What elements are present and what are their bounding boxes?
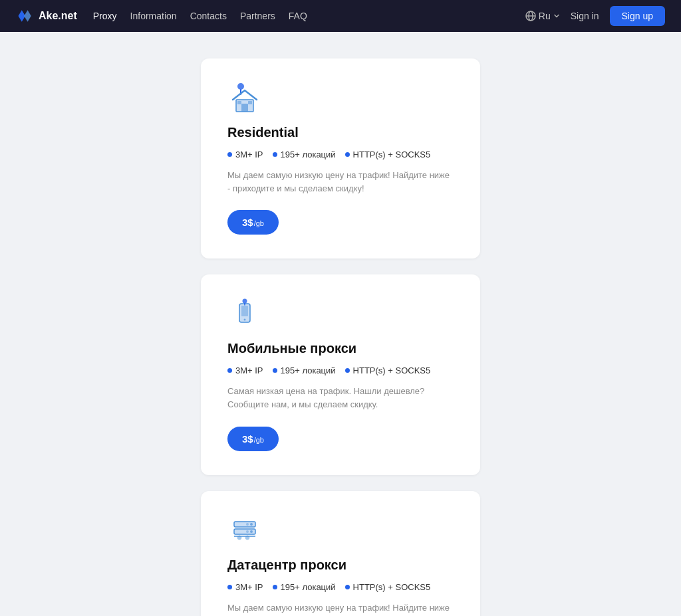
svg-rect-6: [237, 101, 241, 104]
brand-logo[interactable]: Ake.net: [16, 7, 77, 25]
tag-dot: [227, 368, 232, 373]
nav-proxy[interactable]: Proxy: [93, 11, 117, 21]
tag-dot: [345, 585, 350, 589]
svg-point-10: [244, 319, 246, 321]
main-content: Residential 3М+ IP 195+ локаций HTTP(s) …: [0, 32, 681, 616]
mobile-tag-0: 3М+ IP: [227, 365, 263, 375]
mobile-card: Мобильные прокси 3М+ IP 195+ локаций HTT…: [201, 274, 480, 474]
tag-dot: [227, 152, 232, 157]
residential-icon: [227, 80, 262, 114]
residential-desc: Мы даем самую низкую цену на трафик! Най…: [227, 169, 454, 195]
globe-icon: [525, 11, 536, 21]
lang-label: Ru: [539, 11, 551, 21]
svg-point-11: [243, 299, 247, 304]
nav-information[interactable]: Information: [130, 11, 177, 21]
tag-dot: [345, 368, 350, 373]
svg-rect-5: [241, 104, 248, 112]
datacenter-tags: 3М+ IP 195+ локаций HTTP(s) + SOCKS5: [227, 582, 454, 592]
mobile-desc: Самая низкая цена на трафик. Нашли дешев…: [227, 385, 454, 411]
datacenter-desc: Мы даем самую низкую цену на трафик! Най…: [227, 601, 454, 616]
navbar: Ake.net Proxy Information Contacts Partn…: [0, 0, 681, 32]
svg-point-17: [246, 530, 249, 533]
datacenter-tag-2: HTTP(s) + SOCKS5: [345, 582, 431, 592]
brand-name: Ake.net: [39, 10, 77, 22]
tag-dot: [345, 152, 350, 157]
residential-tag-2: HTTP(s) + SOCKS5: [345, 150, 431, 159]
datacenter-card: Датацентр прокси 3М+ IP 195+ локаций HTT…: [201, 491, 480, 616]
signup-button[interactable]: Sign up: [610, 6, 665, 26]
nav-contacts[interactable]: Contacts: [190, 11, 227, 21]
mobile-tags: 3М+ IP 195+ локаций HTTP(s) + SOCKS5: [227, 365, 454, 375]
nav-right: Ru Sign in Sign up: [525, 6, 665, 26]
svg-rect-7: [248, 101, 252, 104]
tag-dot: [273, 368, 277, 373]
chevron-down-icon: [553, 13, 560, 19]
residential-card: Residential 3М+ IP 195+ локаций HTTP(s) …: [201, 58, 480, 258]
datacenter-title: Датацентр прокси: [227, 558, 454, 573]
residential-tag-1: 195+ локаций: [273, 150, 336, 159]
datacenter-tag-1: 195+ локаций: [273, 582, 336, 592]
svg-point-15: [246, 523, 249, 526]
datacenter-icon: [227, 512, 262, 547]
mobile-tag-1: 195+ локаций: [273, 365, 336, 375]
tag-dot: [273, 152, 277, 157]
nav-partners[interactable]: Partners: [240, 11, 275, 21]
residential-tag-0: 3М+ IP: [227, 150, 263, 159]
nav-faq[interactable]: FAQ: [289, 11, 307, 21]
signin-button[interactable]: Sign in: [571, 11, 599, 21]
svg-point-3: [237, 83, 244, 90]
mobile-icon: [227, 296, 262, 330]
mobile-tag-2: HTTP(s) + SOCKS5: [345, 365, 431, 375]
tag-dot: [227, 585, 232, 589]
svg-point-14: [250, 523, 253, 526]
mobile-price-button[interactable]: 3$/gb: [227, 427, 279, 451]
nav-links: Proxy Information Contacts Partners FAQ: [93, 11, 525, 21]
language-selector[interactable]: Ru: [525, 11, 560, 21]
datacenter-tag-0: 3М+ IP: [227, 582, 263, 592]
svg-rect-9: [241, 306, 248, 316]
residential-title: Residential: [227, 125, 454, 140]
residential-tags: 3М+ IP 195+ локаций HTTP(s) + SOCKS5: [227, 150, 454, 159]
mobile-title: Мобильные прокси: [227, 341, 454, 356]
residential-price-button[interactable]: 3$/gb: [227, 210, 279, 235]
svg-point-16: [250, 530, 253, 533]
tag-dot: [273, 585, 277, 589]
